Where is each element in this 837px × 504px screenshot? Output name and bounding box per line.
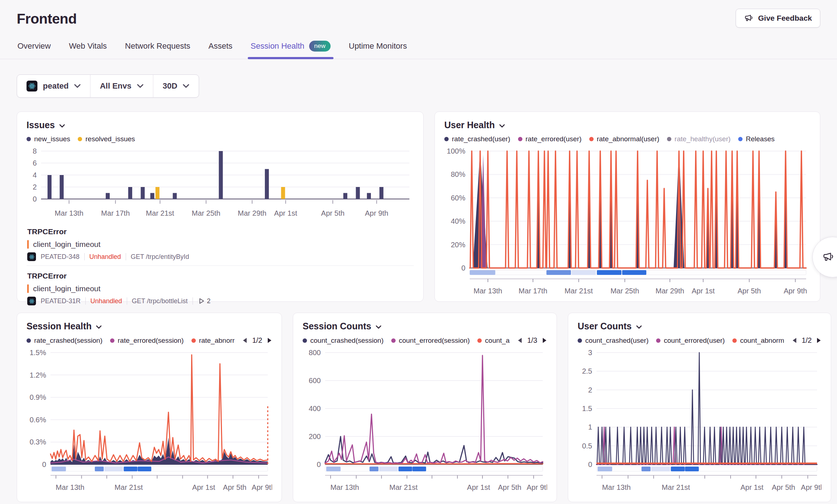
session-health-panel-title-label: Session Health [27, 321, 92, 332]
issue-short-id: PEATED-348 [41, 253, 80, 261]
release-bar[interactable] [399, 467, 412, 471]
tab-bar: OverviewWeb VitalsNetwork RequestsAssets… [0, 35, 837, 59]
release-bar[interactable] [52, 467, 66, 471]
user-health-panel: User Health rate_crashed(user)rate_error… [434, 111, 820, 302]
legend-item-rate-abnorr[interactable]: rate_abnorr [191, 337, 235, 345]
release-bar[interactable] [326, 467, 341, 471]
issue-transaction: GET /trpc/bottleList [132, 297, 188, 305]
replay-count-label: 2 [207, 297, 211, 305]
legend-pagination: 1/2 [792, 336, 822, 345]
legend-item-resolved-issues[interactable]: resolved_issues [78, 135, 135, 143]
legend-item-count-crashed-user-[interactable]: count_crashed(user) [578, 337, 648, 345]
issue-culprit-link[interactable]: client_login_timeout [27, 240, 413, 249]
tab-session-health[interactable]: Session Healthnew [250, 35, 331, 59]
pagination-prev-icon[interactable] [792, 337, 797, 344]
play-icon [198, 297, 205, 305]
release-bar[interactable] [379, 467, 398, 471]
release-bar[interactable] [95, 467, 104, 471]
legend-item-rate-crashed-session-[interactable]: rate_crashed(session) [27, 337, 102, 345]
session_counts-chart-svg: 8006004002000Mar 13thMar 21stApr 1stApr … [303, 349, 547, 494]
legend-item-rate-abnormal-user-[interactable]: rate_abnormal(user) [589, 135, 659, 143]
release-bar[interactable] [598, 467, 612, 471]
svg-text:0: 0 [33, 195, 37, 203]
give-feedback-button[interactable]: Give Feedback [736, 9, 820, 28]
legend-item-count-abnorm[interactable]: count_abnorm [732, 337, 784, 345]
legend-label: count_abnorm [740, 337, 784, 345]
pagination-count: 1/3 [527, 336, 537, 345]
release-bar[interactable] [546, 270, 571, 275]
issue-level-bar [27, 284, 29, 293]
svg-text:Mar 29th: Mar 29th [238, 209, 267, 217]
legend-dot-icon [110, 338, 114, 343]
legend-item-releases[interactable]: Releases [738, 135, 775, 143]
tab-assets[interactable]: Assets [208, 35, 233, 59]
release-bar[interactable] [671, 467, 685, 471]
svg-text:0: 0 [588, 460, 592, 468]
pagination-next-icon[interactable] [542, 337, 547, 344]
project-filter[interactable]: peated [17, 75, 90, 97]
user-health-chart[interactable]: 100%80%60%40%20%0Mar 13thMar 17thMar 21s… [444, 147, 810, 298]
release-bar[interactable] [651, 467, 670, 471]
legend-item-new-issues[interactable]: new_issues [27, 135, 70, 143]
svg-text:8: 8 [33, 147, 37, 155]
session-counts-chart[interactable]: 8006004002000Mar 13thMar 21stApr 1stApr … [303, 349, 547, 494]
release-bar[interactable] [104, 467, 123, 471]
session-health-panel-title[interactable]: Session Health [27, 321, 102, 332]
legend-dot-icon [27, 137, 31, 141]
tab-web-vitals[interactable]: Web Vitals [68, 35, 108, 59]
release-bar[interactable] [622, 270, 646, 275]
tab-uptime-monitors[interactable]: Uptime Monitors [348, 35, 408, 59]
release-bar[interactable] [412, 467, 426, 471]
svg-text:Mar 13th: Mar 13th [474, 287, 502, 295]
legend-item-count-crashed-session-[interactable]: count_crashed(session) [303, 337, 384, 345]
issue-meta-row: PEATED-348UnhandledGET /trpc/entityById [27, 252, 413, 261]
svg-text:1: 1 [588, 423, 592, 431]
legend-item-rate-errored-user-[interactable]: rate_errored(user) [518, 135, 582, 143]
issue-list-item[interactable]: TRPCErrorclient_login_timeoutPEATED-31RU… [27, 265, 414, 310]
pagination-next-icon[interactable] [267, 337, 272, 344]
user-counts-chart[interactable]: 32.521.510.50Mar 13thMar 21stApr 1stApr … [578, 349, 821, 494]
legend-item-rate-errored-session-[interactable]: rate_errored(session) [110, 337, 184, 345]
session-counts-panel: Session Counts count_crashed(session)cou… [293, 313, 557, 502]
user-counts-panel-title[interactable]: User Counts [578, 321, 642, 332]
svg-text:Mar 25th: Mar 25th [610, 287, 639, 295]
release-bar[interactable] [138, 467, 151, 471]
legend-label: count_errored(user) [664, 337, 725, 345]
legend-item-count-errored-user-[interactable]: count_errored(user) [656, 337, 725, 345]
legend-item-rate-crashed-user-[interactable]: rate_crashed(user) [444, 135, 510, 143]
release-bar[interactable] [470, 270, 495, 275]
issue-list-item[interactable]: TRPCErrorclient_login_timeoutPEATED-348U… [27, 221, 414, 265]
session-health-chart[interactable]: 1.5%1.2%0.9%0.6%0.3%0Mar 13thMar 21stApr… [27, 349, 272, 494]
release-bar[interactable] [369, 467, 379, 471]
session-counts-panel-title-label: Session Counts [303, 321, 371, 332]
issues-panel-title[interactable]: Issues [27, 120, 65, 130]
user-health-panel-title[interactable]: User Health [444, 120, 505, 130]
environment-filter[interactable]: All Envs [90, 75, 153, 97]
issues-chart[interactable]: 86420Mar 13thMar 17thMar 21stMar 25thMar… [27, 147, 414, 220]
issue-culprit-link[interactable]: client_login_timeout [27, 284, 413, 293]
date-range-filter[interactable]: 30D [153, 75, 199, 97]
give-feedback-label: Give Feedback [758, 14, 812, 23]
release-bar[interactable] [685, 467, 699, 471]
legend-dot-icon [27, 338, 31, 343]
issue-level-bar [27, 240, 29, 249]
tab-network-requests[interactable]: Network Requests [124, 35, 191, 59]
legend-item-rate-healthy-user-[interactable]: rate_healthy(user) [667, 135, 731, 143]
release-bar[interactable] [124, 467, 138, 471]
pagination-prev-icon[interactable] [242, 337, 248, 344]
release-bar[interactable] [642, 467, 651, 471]
svg-text:40%: 40% [451, 217, 465, 225]
svg-text:Mar 13th: Mar 13th [56, 483, 84, 491]
release-bar[interactable] [597, 270, 622, 275]
pagination-next-icon[interactable] [816, 337, 821, 344]
svg-text:Mar 13th: Mar 13th [602, 483, 631, 491]
release-bar[interactable] [572, 270, 596, 275]
legend-item-count-a[interactable]: count_a [477, 337, 510, 345]
tab-overview[interactable]: Overview [17, 35, 52, 59]
issue-replay-count[interactable]: 2 [198, 297, 211, 305]
divider [126, 253, 126, 260]
legend-item-count-errored-session-[interactable]: count_errored(session) [391, 337, 470, 345]
session-counts-panel-title[interactable]: Session Counts [303, 321, 381, 332]
legend-dot-icon [391, 338, 396, 343]
pagination-prev-icon[interactable] [517, 337, 523, 344]
